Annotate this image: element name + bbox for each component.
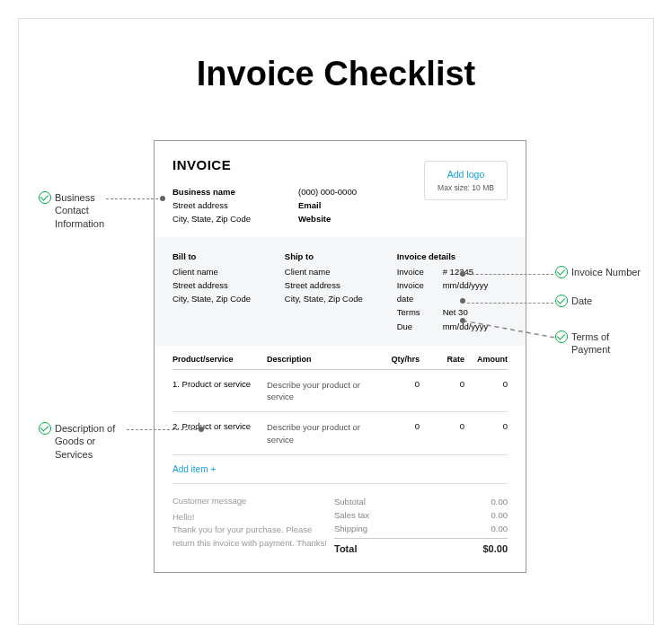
footer-section: Customer message Hello! Thank you for yo… (172, 484, 508, 572)
ship-to-name: Client name (285, 265, 370, 278)
connector-dot (460, 298, 465, 304)
line-item: 1. Product or service Describe your prod… (172, 370, 508, 413)
bill-to-street: Street address (172, 278, 258, 292)
ship-to-street: Street address (285, 278, 370, 292)
ship-to-city: City, State, Zip Code (285, 292, 370, 305)
svg-line-0 (463, 321, 555, 338)
inv-terms-label: Terms (397, 305, 438, 319)
connector-dot (460, 318, 465, 323)
business-website: Website (298, 214, 331, 224)
connector-dot (199, 427, 204, 432)
business-city: City, State, Zip Code (172, 212, 262, 225)
customer-message: Customer message Hello! Thank you for yo… (172, 495, 334, 556)
check-icon (39, 422, 51, 435)
totals-column: Subtotal0.00 Sales tax0.00 Shipping0.00 … (334, 495, 508, 556)
connector-line (106, 198, 158, 199)
inv-number-label: Invoice (397, 265, 438, 278)
annotation-date: Date (555, 295, 592, 307)
bill-to-head: Bill to (172, 250, 258, 263)
ship-to-column: Ship to Client name Street address City,… (285, 250, 370, 333)
annotation-description: Description of Goods or Services (39, 422, 124, 461)
business-email: Email (298, 200, 321, 210)
business-column: INVOICE Business name (000) 000-0000 Str… (172, 157, 388, 226)
inv-number-value: # 12345 (443, 265, 473, 278)
diagram-frame: Invoice Checklist INVOICE Business name … (18, 18, 654, 625)
inv-date-value: mm/dd/yyyy (443, 278, 489, 305)
col-rate: Rate (420, 355, 464, 364)
connector-dot (160, 196, 165, 201)
bill-to-city: City, State, Zip Code (172, 292, 258, 305)
items-header-row: Product/service Description Qty/hrs Rate… (172, 346, 508, 370)
col-qty: Qty/hrs (375, 355, 420, 364)
business-name: Business name (172, 187, 235, 197)
connector-line (467, 274, 553, 275)
invoice-card: INVOICE Business name (000) 000-0000 Str… (154, 140, 526, 573)
col-product: Product/service (172, 355, 267, 364)
bill-to-column: Bill to Client name Street address City,… (172, 250, 258, 333)
inv-date-label: Invoice date (397, 278, 438, 305)
invoice-header: INVOICE Business name (000) 000-0000 Str… (155, 141, 526, 237)
connector-line (467, 303, 553, 304)
connector-line (127, 429, 197, 430)
add-item-button[interactable]: Add item + (172, 455, 508, 484)
line-item: 2. Product or service Describe your prod… (172, 412, 508, 455)
connector-line (463, 318, 555, 339)
annotation-terms: Terms of Payment (555, 330, 632, 357)
bill-to-name: Client name (172, 265, 258, 278)
add-logo-box[interactable]: Add logo Max size: 10 MB (424, 161, 508, 200)
message-head: Customer message (172, 495, 334, 507)
check-icon (555, 330, 568, 343)
business-street: Street address (172, 198, 262, 212)
annotation-invoice-number: Invoice Number (555, 266, 641, 278)
ship-to-head: Ship to (285, 250, 370, 263)
business-phone: (000) 000-0000 (298, 185, 388, 198)
inv-due-label: Due (397, 320, 438, 333)
annotation-business-contact: Business Contact Information (39, 191, 111, 230)
items-section: Product/service Description Qty/hrs Rate… (155, 346, 526, 572)
col-amount: Amount (464, 355, 508, 364)
add-logo-label: Add logo (432, 169, 500, 180)
col-description: Description (267, 355, 375, 364)
add-logo-sub: Max size: 10 MB (432, 183, 500, 192)
connector-dot (460, 271, 465, 277)
page-title: Invoice Checklist (19, 55, 653, 93)
check-icon (39, 191, 51, 204)
message-body: Hello! Thank you for your purchase. Plea… (172, 511, 334, 550)
invoice-heading: INVOICE (172, 157, 388, 172)
details-head: Invoice details (397, 250, 508, 263)
check-icon (555, 266, 568, 278)
check-icon (555, 295, 568, 307)
